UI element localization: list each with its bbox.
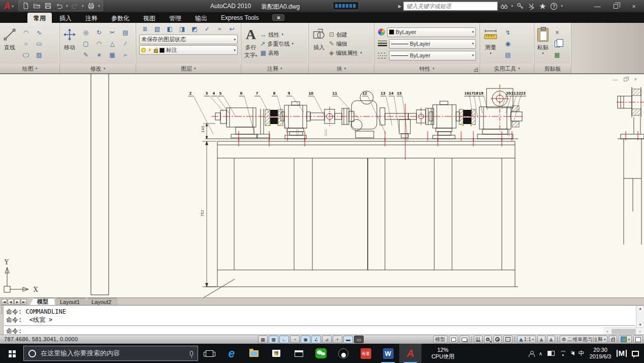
polyline-icon[interactable]: ∿ (34, 27, 45, 38)
subscription-center-button[interactable] (515, 2, 525, 11)
command-vertical-scrollbar[interactable]: ▲ ▼ (636, 306, 644, 328)
taskbar-search[interactable]: 在这里输入你要搜索的内容 (23, 346, 198, 361)
layer-freeze-icon[interactable]: ◨ (177, 24, 188, 34)
annotation-autoscale-button[interactable] (547, 336, 555, 343)
mindmaster-icon[interactable]: M (617, 350, 627, 357)
move-button[interactable]: 移动 (61, 24, 78, 63)
tab-annotate[interactable]: 注释 (79, 13, 104, 23)
layer-properties-icon[interactable]: ≣ (139, 24, 151, 34)
display-icon[interactable] (548, 351, 555, 356)
panel-label-annotation[interactable]: 注释▾ (241, 64, 308, 73)
linear-dimension-button[interactable]: ↔线性▾ (261, 31, 294, 39)
model-space-button[interactable]: 模型 (433, 336, 447, 343)
zoom-button[interactable] (484, 336, 492, 343)
tab-parametric[interactable]: 参数化 (105, 13, 136, 23)
snap-toggle[interactable]: ▦ (258, 336, 268, 343)
close-button[interactable]: × (625, 1, 643, 11)
ducs-toggle[interactable]: ⊿ (322, 336, 332, 343)
youdao-button[interactable]: 有道 (355, 344, 377, 363)
edit-attributes-button[interactable]: ◈编辑属性▾ (329, 49, 362, 57)
grid-toggle[interactable]: ▩ (269, 336, 278, 343)
ribbon-minimize-button[interactable]: ▣ (272, 14, 284, 21)
window-app-button[interactable] (287, 344, 310, 363)
scroll-right-icon[interactable]: › (636, 329, 644, 334)
save-button[interactable] (43, 2, 53, 11)
scroll-up-icon[interactable]: ▲ (639, 307, 641, 311)
join-icon[interactable]: ∕ (120, 39, 131, 49)
help-dropdown[interactable]: ▾ (560, 4, 564, 8)
qp-toggle[interactable]: ▭ (354, 336, 364, 343)
pan-button[interactable] (474, 336, 482, 343)
command-window-grip[interactable] (0, 306, 4, 335)
quick-view-layouts-button[interactable] (449, 336, 458, 343)
clean-screen-button[interactable] (633, 336, 643, 343)
quick-select-icon[interactable]: ↯ (502, 27, 513, 38)
minimize-button[interactable]: — (588, 1, 606, 11)
multileader-button[interactable]: ↗多重引线▾ (261, 40, 294, 48)
layer-previous-icon[interactable]: ↩ (227, 24, 238, 34)
polar-toggle[interactable]: ◔ (290, 336, 300, 343)
layer-state-dropdown[interactable]: 未保存的图层状态 ▾ (139, 35, 238, 44)
panel-label-block[interactable]: 块▾ (309, 64, 374, 73)
panel-label-utilities[interactable]: 实用工具▾ (480, 64, 534, 73)
search-dropdown[interactable]: ▾ (510, 4, 514, 8)
edge-button[interactable]: e (220, 344, 243, 363)
store-button[interactable] (265, 344, 287, 363)
copy-clip-icon[interactable] (552, 39, 563, 49)
color-wheel-icon[interactable] (378, 28, 385, 36)
layer-lock-icon[interactable]: ◩ (189, 24, 201, 34)
cut-icon[interactable]: × (552, 27, 563, 38)
explode-icon[interactable]: ∗ (93, 50, 105, 60)
linetype-dropdown[interactable]: ByLayer ▾ (389, 51, 476, 60)
arc-icon[interactable]: ◠ (20, 27, 31, 38)
cpu-usage-widget[interactable]: 12% CPU使用 (422, 347, 464, 360)
hatch-icon[interactable]: ▨ (34, 50, 45, 60)
undo-button[interactable] (54, 2, 65, 11)
qq-button[interactable] (332, 344, 355, 363)
osnap-toggle[interactable]: ▣ (301, 336, 310, 343)
people-icon[interactable] (529, 351, 534, 356)
layer-thaw-icon[interactable]: ☀ (147, 48, 152, 52)
scroll-left-icon[interactable]: ‹ (603, 329, 611, 334)
layer-on-icon[interactable] (141, 48, 146, 52)
wechat-button[interactable] (310, 344, 332, 363)
table-button[interactable]: ▦表格 (261, 49, 294, 57)
stretch-icon[interactable]: ▢ (80, 39, 91, 49)
paste-button[interactable]: 粘贴 ▾ (535, 24, 551, 63)
search-input[interactable] (403, 2, 498, 11)
application-menu-button[interactable]: A▼ (1, 0, 17, 12)
last-tab-button[interactable]: ▶| (21, 299, 27, 305)
redo-button[interactable] (70, 2, 80, 11)
panel-label-draw[interactable]: 绘图▾ (0, 64, 59, 73)
favorites-button[interactable] (537, 2, 548, 11)
command-window[interactable]: 命令: COMMANDLINE 命令: <线宽 > 命令: ▲ ▼ ‹ › (0, 305, 644, 335)
layer-match-icon[interactable]: ≈ (214, 24, 226, 34)
object-color-dropdown[interactable]: ByLayer ▾ (387, 27, 476, 37)
doc-close-button[interactable]: × (632, 77, 639, 82)
qat-customize-dropdown[interactable]: ▾ (97, 4, 101, 8)
undo-dropdown[interactable]: ▾ (65, 4, 69, 8)
panel-label-clipboard[interactable]: 剪贴板 (534, 64, 571, 73)
scrollbar-thumb[interactable] (611, 329, 636, 334)
lwt-toggle[interactable]: ▬ (343, 336, 353, 343)
ime-indicator[interactable]: 中 (578, 349, 585, 358)
rotate-icon[interactable]: ↻ (93, 27, 105, 38)
otrack-toggle[interactable]: ∠ (311, 336, 321, 343)
quick-view-drawings-button[interactable] (460, 336, 469, 343)
layer-state-icon[interactable]: ▧ (152, 24, 164, 34)
drawing-canvas[interactable]: 752 140 23456789101112131415161718192021… (0, 74, 644, 297)
block-create-button[interactable]: ⊡创建 (329, 31, 362, 39)
fillet-icon[interactable]: ⌐ (120, 50, 131, 60)
clock[interactable]: 20:30 2019/6/3 (590, 347, 611, 360)
ortho-toggle[interactable]: ∟ (279, 336, 289, 343)
rectangle-icon[interactable]: ▭ (34, 39, 45, 49)
panel-label-modify[interactable]: 修改▾ (60, 64, 136, 73)
status-customize-button[interactable]: ▾ (619, 336, 632, 343)
measure-button[interactable]: 测量 ▾ (481, 24, 500, 63)
insert-block-button[interactable]: 插入 (310, 24, 328, 63)
annotation-visibility-button[interactable] (537, 336, 545, 343)
wifi-icon[interactable] (560, 351, 566, 356)
tab-manage[interactable]: 管理 (163, 13, 187, 23)
search-button[interactable] (499, 2, 509, 11)
lineweight-icon[interactable] (378, 41, 387, 47)
